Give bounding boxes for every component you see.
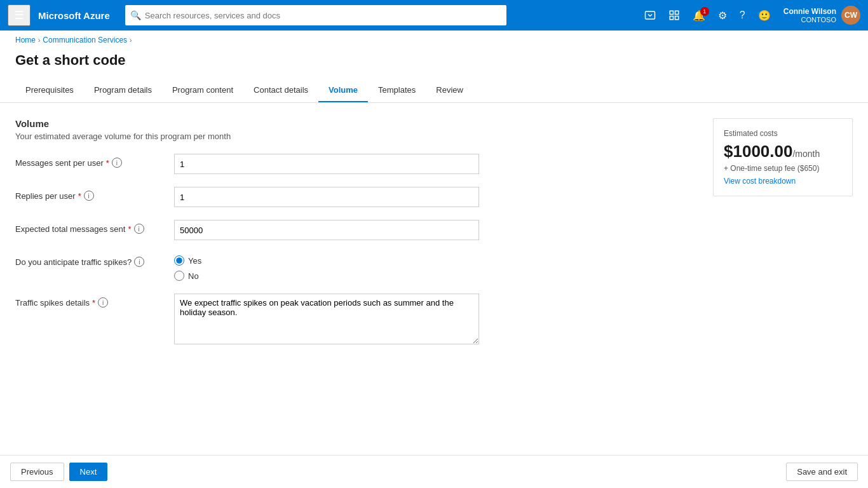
breadcrumb-parent[interactable]: Communication Services xyxy=(43,36,127,44)
required-star3: * xyxy=(128,224,131,234)
replies-per-user-input[interactable] xyxy=(174,187,479,207)
breadcrumb: Home › Communication Services › xyxy=(0,30,868,50)
user-org: CONTOSO xyxy=(801,16,836,24)
breadcrumb-home[interactable]: Home xyxy=(15,36,36,44)
required-star2: * xyxy=(78,191,81,201)
expected-total-info-icon[interactable]: i xyxy=(134,224,144,234)
tab-prerequisites[interactable]: Prerequisites xyxy=(15,79,84,102)
tab-program-content[interactable]: Program content xyxy=(162,79,243,102)
cost-amount-row: $1000.00/month xyxy=(724,142,842,161)
svg-rect-0 xyxy=(645,11,654,19)
section-subtitle: Your estimated average volume for this p… xyxy=(15,132,698,141)
main-content: Volume Your estimated average volume for… xyxy=(0,103,868,455)
feedback-icon: 🙂 xyxy=(758,10,771,22)
help-button[interactable]: ? xyxy=(735,6,750,25)
traffic-spikes-yes-radio[interactable] xyxy=(174,255,184,266)
search-bar: 🔍 xyxy=(125,5,506,25)
svg-rect-3 xyxy=(670,17,673,20)
search-input[interactable] xyxy=(145,11,501,20)
expected-total-input[interactable] xyxy=(174,220,479,240)
topbar-actions: 🔔 1 ⚙ ? 🙂 Connie Wilson CONTOSO CW xyxy=(639,6,860,25)
next-button[interactable]: Next xyxy=(69,463,108,481)
section-title: Volume xyxy=(15,118,698,129)
replies-per-user-row: Replies per user * i xyxy=(15,187,698,207)
traffic-spikes-details-row: Traffic spikes details * i We expect tra… xyxy=(15,294,698,346)
avatar: CW xyxy=(841,6,860,25)
search-icon: 🔍 xyxy=(130,10,141,20)
app-logo: Microsoft Azure xyxy=(38,10,110,21)
bottom-bar: Previous Next Save and exit xyxy=(0,455,868,488)
traffic-spikes-control: Yes No xyxy=(174,253,479,281)
traffic-spikes-details-label: Traffic spikes details * i xyxy=(15,294,174,308)
feedback-button[interactable]: 🙂 xyxy=(753,6,776,25)
expected-total-label: Expected total messages sent * i xyxy=(15,220,174,234)
traffic-spikes-info-icon[interactable]: i xyxy=(134,257,144,267)
page-title: Get a short code xyxy=(0,50,868,79)
messages-per-user-row: Messages sent per user * i xyxy=(15,154,698,174)
cost-amount: $1000.00 xyxy=(724,142,792,161)
traffic-spikes-radio-group: Yes No xyxy=(174,253,479,281)
messages-per-user-info-icon[interactable]: i xyxy=(112,158,122,168)
cost-panel-title: Estimated costs xyxy=(724,129,842,138)
required-star4: * xyxy=(92,298,95,308)
help-icon: ? xyxy=(740,10,745,21)
save-exit-button[interactable]: Save and exit xyxy=(786,463,858,481)
required-star: * xyxy=(106,158,109,168)
replies-per-user-info-icon[interactable]: i xyxy=(84,191,94,201)
messages-per-user-input[interactable] xyxy=(174,154,479,174)
portal-settings-button[interactable] xyxy=(663,6,685,25)
breadcrumb-sep2: › xyxy=(130,37,132,44)
breadcrumb-sep1: › xyxy=(38,37,40,44)
cost-period: /month xyxy=(792,149,820,159)
notification-badge: 1 xyxy=(700,7,709,16)
notifications-button[interactable]: 🔔 1 xyxy=(688,6,710,25)
messages-per-user-label: Messages sent per user * i xyxy=(15,154,174,168)
expected-total-row: Expected total messages sent * i xyxy=(15,220,698,240)
topbar: ☰ Microsoft Azure 🔍 🔔 1 ⚙ ? 🙂 Connie Wil… xyxy=(0,0,868,30)
tab-bar: Prerequisites Program details Program co… xyxy=(0,79,868,103)
tab-contact-details[interactable]: Contact details xyxy=(243,79,318,102)
user-menu[interactable]: Connie Wilson CONTOSO CW xyxy=(783,6,860,25)
previous-button[interactable]: Previous xyxy=(10,463,64,481)
settings-button[interactable]: ⚙ xyxy=(713,6,732,25)
view-cost-breakdown-link[interactable]: View cost breakdown xyxy=(724,177,842,186)
form-area: Volume Your estimated average volume for… xyxy=(15,118,698,440)
replies-per-user-control xyxy=(174,187,479,207)
tab-volume[interactable]: Volume xyxy=(318,79,368,102)
tab-review[interactable]: Review xyxy=(426,79,473,102)
traffic-spikes-details-textarea[interactable]: We expect traffic spikes on peak vacatio… xyxy=(174,294,479,344)
traffic-spikes-row: Do you anticipate traffic spikes? i Yes … xyxy=(15,253,698,281)
traffic-spikes-details-control: We expect traffic spikes on peak vacatio… xyxy=(174,294,479,346)
svg-rect-1 xyxy=(670,11,673,14)
traffic-spikes-no-radio[interactable] xyxy=(174,271,184,281)
cost-setup-fee: + One-time setup fee ($650) xyxy=(724,164,842,173)
traffic-spikes-no-label[interactable]: No xyxy=(174,271,479,281)
expected-total-control xyxy=(174,220,479,240)
cloud-shell-button[interactable] xyxy=(639,6,661,25)
user-name: Connie Wilson xyxy=(783,7,836,16)
traffic-spikes-details-info-icon[interactable]: i xyxy=(98,297,108,308)
gear-icon: ⚙ xyxy=(718,10,727,22)
messages-per-user-control xyxy=(174,154,479,174)
svg-rect-2 xyxy=(675,11,678,14)
cost-panel: Estimated costs $1000.00/month + One-tim… xyxy=(713,118,853,196)
tab-program-details[interactable]: Program details xyxy=(84,79,162,102)
hamburger-menu[interactable]: ☰ xyxy=(8,4,31,26)
traffic-spikes-yes-label[interactable]: Yes xyxy=(174,255,479,266)
svg-rect-4 xyxy=(675,17,678,20)
replies-per-user-label: Replies per user * i xyxy=(15,187,174,201)
tab-templates[interactable]: Templates xyxy=(368,79,426,102)
traffic-spikes-label: Do you anticipate traffic spikes? i xyxy=(15,253,174,267)
